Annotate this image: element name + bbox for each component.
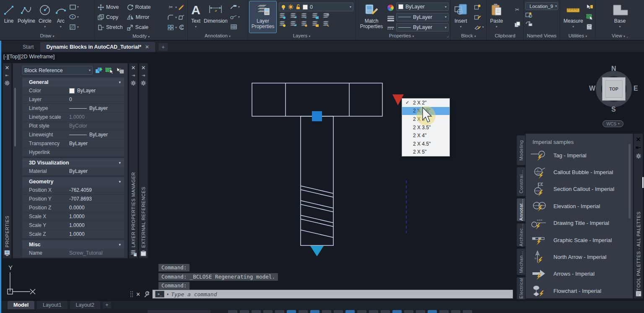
tool-palettes-properties-icon[interactable]	[636, 291, 641, 297]
view-panel-label[interactable]: View ▾ ⌟	[596, 33, 644, 40]
measure-button[interactable]: Measure▾	[562, 1, 585, 33]
property-row[interactable]: LineweightByLayer	[22, 130, 124, 139]
block-editor-icon[interactable]	[474, 23, 481, 30]
tab-drawing[interactable]: Dynamic Blocks in AutoCAD_Tutorial*✕	[40, 42, 155, 52]
dock-external-references-icon[interactable]: ⇥	[142, 73, 145, 78]
ellipse-flyout-caret[interactable]: ▾	[77, 15, 79, 19]
size-option[interactable]: 2 X 3"	[402, 115, 449, 123]
dock-layer-manager-icon[interactable]: ⇥	[132, 73, 135, 78]
command-prompt-icon[interactable]: >_	[155, 291, 164, 297]
property-row[interactable]: Hyperlink	[22, 148, 124, 157]
edit-block-icon[interactable]	[474, 13, 481, 20]
circle-flyout-caret[interactable]: ▾	[44, 24, 46, 29]
command-bar-drag-handle[interactable]	[130, 291, 133, 297]
insert-button[interactable]: Insert▾	[452, 1, 469, 33]
tab-model[interactable]: Model	[8, 301, 34, 309]
status-icon[interactable]	[357, 310, 366, 313]
customize-command-icon[interactable]	[143, 291, 150, 297]
tool-north-arrow-imperial[interactable]: N North Arrow - Imperial	[526, 248, 633, 265]
properties-display-icon[interactable]	[4, 250, 10, 256]
recent-commands-caret[interactable]: ▾	[167, 292, 169, 296]
status-icon[interactable]	[240, 310, 249, 313]
arc-button[interactable]: Arc▾	[53, 1, 68, 33]
base-flyout-caret[interactable]: ▾	[619, 24, 621, 29]
tool-elevation-imperial[interactable]: Elevation - Imperial	[526, 198, 633, 214]
section-misc-header[interactable]: Misc▾	[22, 240, 124, 249]
trim-flyout-caret[interactable]: ▾	[175, 5, 177, 9]
new-layout-button[interactable]: +	[103, 302, 111, 308]
size-option[interactable]: ✓2 X 2"	[402, 99, 449, 107]
external-references-settings-icon[interactable]	[141, 81, 146, 86]
copy-button[interactable]: Copy	[96, 12, 124, 22]
drawing-area[interactable]: [-][Top][2D Wireframe] ✓2	[0, 52, 644, 300]
stretch-button[interactable]: Stretch	[96, 22, 124, 32]
clipboard-panel-label[interactable]: Clipboard	[487, 33, 523, 40]
property-row[interactable]: NameScrew_Tutorial	[22, 249, 124, 258]
layer-freeze-tool-icon[interactable]: ✳	[301, 13, 308, 19]
status-icon[interactable]	[275, 310, 284, 313]
tab-mechanical[interactable]: Mechan...	[517, 248, 525, 275]
tab-layout2[interactable]: Layout2	[70, 301, 100, 309]
mirror-button[interactable]: Mirror	[126, 12, 152, 22]
measure-flyout-caret[interactable]: ▾	[572, 24, 574, 29]
command-input[interactable]	[171, 291, 510, 297]
move-button[interactable]: Move	[96, 2, 124, 12]
layer-isolate-tool-icon[interactable]	[290, 13, 297, 19]
rectangle-tool-icon[interactable]	[69, 4, 76, 10]
named-view-combo[interactable]: Location_9▾	[525, 2, 558, 10]
compass-south[interactable]: S	[611, 106, 616, 113]
status-icon[interactable]	[404, 310, 413, 313]
tool-callout-bubble-imperial[interactable]: 1101 Callout Bubble - Imperial	[526, 164, 633, 180]
rectangle-flyout-caret[interactable]: ▾	[77, 5, 79, 9]
color-wheel-icon[interactable]	[387, 5, 394, 11]
property-row[interactable]: Scale X1.0000	[22, 212, 124, 221]
calculator-icon[interactable]	[586, 23, 593, 30]
status-icon[interactable]	[428, 310, 437, 313]
dimension-button[interactable]: Dimension	[202, 1, 229, 33]
linetype-icon[interactable]	[387, 27, 394, 29]
mleader-icon[interactable]	[230, 13, 237, 20]
select-objects-icon[interactable]	[105, 66, 114, 74]
property-row[interactable]: Layer0	[22, 95, 124, 104]
block-editor-caret[interactable]: ▾	[482, 25, 484, 29]
property-row[interactable]: TransparencyByLayer	[22, 139, 124, 148]
scale-button[interactable]: Scale	[126, 22, 152, 32]
layers-panel-label[interactable]: Layers ▾	[248, 33, 356, 40]
leader-icon[interactable]	[230, 4, 237, 10]
property-row[interactable]: Position Y-707.8693	[22, 195, 124, 203]
size-option[interactable]: 2 X 5"	[402, 148, 449, 156]
tab-modeling[interactable]: Modeling	[517, 135, 525, 165]
dock-properties-icon[interactable]: ⇤	[5, 73, 9, 78]
layer-lock-tool-icon[interactable]	[312, 13, 319, 19]
insert-flyout-caret[interactable]: ▾	[460, 24, 462, 29]
canvas-scrollbar-thumb[interactable]	[642, 177, 644, 188]
properties-panel-label[interactable]: Properties ▾ ⌟	[356, 33, 450, 40]
object-linetype-combo[interactable]: ByLayer▾	[396, 23, 449, 31]
status-icon[interactable]	[322, 310, 331, 313]
tab-layout1[interactable]: Layout1	[37, 301, 67, 309]
tool-section-callout-imperial[interactable]: Section Callout - Imperial	[526, 181, 633, 198]
base-button[interactable]: Base▾	[610, 1, 630, 33]
property-row[interactable]: Scale Y1.0000	[22, 221, 124, 230]
size-option[interactable]: 2 X 4.5"	[402, 140, 449, 148]
fillet-icon[interactable]	[167, 14, 174, 21]
lengthen-grip[interactable]	[310, 246, 324, 256]
tool-arrows-imperial[interactable]: Arrows - Imperial	[526, 266, 633, 282]
update-view-icon[interactable]	[525, 20, 532, 26]
tab-electrical[interactable]: Electrical	[517, 277, 525, 300]
screw-block-geometry[interactable]	[252, 83, 382, 245]
property-row[interactable]: ColorByLayer	[22, 86, 124, 95]
leader-flyout-caret[interactable]: ▾	[238, 5, 240, 9]
table-icon[interactable]	[230, 23, 237, 30]
close-command-bar-icon[interactable]: ✕	[136, 291, 140, 297]
status-icon[interactable]	[287, 310, 296, 313]
copy-clip-icon[interactable]	[514, 21, 521, 28]
arc-flyout-caret[interactable]: ▾	[60, 24, 62, 29]
close-layer-manager-icon[interactable]: ✕	[131, 65, 136, 71]
status-icon[interactable]	[252, 310, 261, 313]
square-grip[interactable]	[312, 111, 322, 121]
new-view-icon[interactable]	[525, 11, 532, 18]
select-window-icon[interactable]	[586, 13, 593, 20]
trim-icon[interactable]: ✂	[167, 4, 174, 10]
property-row[interactable]: Position Z0.0000	[22, 203, 124, 212]
